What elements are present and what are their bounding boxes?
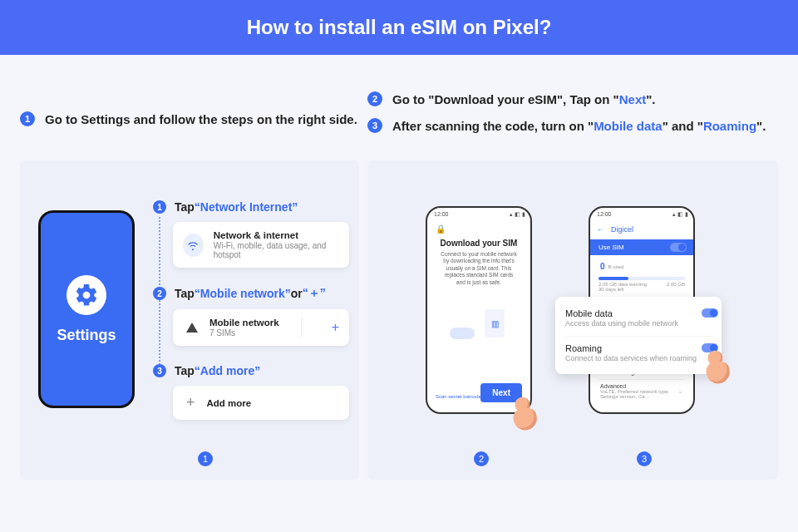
lock-icon: 🔒 xyxy=(436,224,522,234)
carrier-name: Digicel xyxy=(611,225,633,234)
screen-title: Download your SIM xyxy=(436,239,522,248)
intro-step-2: 2 Go to "Download your eSIM", Tap on "Ne… xyxy=(367,91,780,106)
main-area: 1 Go to Settings and follow the steps on… xyxy=(0,55,798,532)
t: or xyxy=(291,287,303,300)
hl-mobile-data: Mobile data xyxy=(594,119,663,133)
wifi-icon xyxy=(183,234,204,257)
use-sim-label: Use SIM xyxy=(598,244,624,251)
mobile-data-toggle[interactable] xyxy=(702,308,718,318)
intro-step-2-text: Go to "Download your eSIM", Tap on "Next… xyxy=(392,92,656,106)
left-steps: 1 Tap “Network Internet” Network & inter… xyxy=(153,200,346,438)
hl-add-more: “Add more” xyxy=(195,364,260,377)
balance-row: 0 B used xyxy=(598,259,685,274)
card-text: Network & internet Wi-Fi, mobile, data u… xyxy=(214,230,339,259)
card-text: Mobile network 7 SIMs xyxy=(209,318,279,337)
page-title: How to install an eSIM on Pixel? xyxy=(247,16,552,39)
card-text: Add more xyxy=(207,398,252,408)
settings-phone-mock: Settings xyxy=(38,210,135,408)
panel-steps-2-3: 12:00 ▴ ◧ ▮ 🔒 Download your SIM Connect … xyxy=(367,160,778,480)
step-badge-1: 1 xyxy=(153,200,166,214)
t: Advanced xyxy=(600,383,626,389)
row-mobile-data[interactable]: Mobile data Access data using mobile net… xyxy=(565,305,712,337)
cloud-icon xyxy=(450,328,475,339)
roaming-sub: Connect to data services when roaming xyxy=(565,354,697,362)
phone-download-sim: 12:00 ▴ ◧ ▮ 🔒 Download your SIM Connect … xyxy=(426,206,532,414)
t: Tap xyxy=(175,200,195,214)
carrier-header: ← Digicel xyxy=(590,219,693,239)
s: VoLTE, Preferred network type, Settings … xyxy=(600,389,677,399)
t: " and " xyxy=(663,119,703,133)
intro-step-1-text: Go to Settings and follow the steps on t… xyxy=(45,112,357,126)
card-title: Add more xyxy=(207,398,252,408)
intro-step-3-text: After scanning the code, turn on "Mobile… xyxy=(392,119,766,133)
clock: 12:00 xyxy=(434,211,449,217)
mobile-data-sub: Access data using mobile network xyxy=(565,319,678,328)
usage-caption: 2.05 GB data warning 30 days left 2.00 G… xyxy=(590,282,693,295)
intro-right: 2 Go to "Download your eSIM", Tap on "Ne… xyxy=(367,91,780,145)
hand-pointer-icon xyxy=(507,394,548,445)
step-badge-2: 2 xyxy=(153,287,166,300)
clock: 12:00 xyxy=(597,211,612,217)
hl-roaming: Roaming xyxy=(703,119,756,133)
hand-pointer-icon xyxy=(700,347,741,398)
left-step-1: 1 Tap “Network Internet” xyxy=(153,200,346,214)
download-illustration: ▥ xyxy=(450,308,508,346)
usage-bar xyxy=(598,277,685,280)
panel-badge-1: 1 xyxy=(198,451,213,466)
hl-network-internet: “Network Internet” xyxy=(195,200,298,214)
badge-2: 2 xyxy=(367,91,382,106)
use-sim-toggle[interactable] xyxy=(670,243,687,252)
add-sim-plus-icon[interactable]: + xyxy=(323,320,339,335)
t: Tap xyxy=(175,364,195,377)
t: 30 days left xyxy=(598,287,624,292)
badge-3: 3 xyxy=(367,118,382,133)
plus-icon: + xyxy=(186,394,195,411)
back-arrow-icon[interactable]: ← xyxy=(597,225,604,234)
t: Go to "Download your eSIM", Tap on " xyxy=(392,92,619,106)
balance-label: B used xyxy=(608,264,624,269)
t: After scanning the code, turn on " xyxy=(392,119,594,133)
balance-value: 0 xyxy=(600,262,605,271)
gear-icon xyxy=(66,275,106,315)
screen-desc: Connect to your mobile network by downlo… xyxy=(441,251,517,286)
chevron-down-icon: ⌄ xyxy=(677,387,683,395)
hl-plus: “＋” xyxy=(303,286,326,301)
panel-step-1: Settings 1 Tap “Network Internet” Networ… xyxy=(20,160,359,480)
row-roaming[interactable]: Roaming Connect to data services when ro… xyxy=(565,340,712,371)
signal-icon xyxy=(186,323,198,332)
row-advanced[interactable]: AdvancedVoLTE, Preferred network type, S… xyxy=(598,380,685,402)
roaming-label: Roaming xyxy=(565,343,697,353)
card-network-internet[interactable]: Network & internet Wi-Fi, mobile, data u… xyxy=(173,222,349,268)
panel-badge-3: 3 xyxy=(637,451,652,466)
step-badge-3: 3 xyxy=(153,364,166,377)
t: 2.00 GB xyxy=(667,282,685,292)
card-title: Mobile network xyxy=(209,318,279,328)
card-add-more[interactable]: + Add more xyxy=(173,386,349,420)
sim-details: 0 B used xyxy=(590,255,693,274)
t: Tap xyxy=(175,287,195,300)
status-icons: ▴ ◧ ▮ xyxy=(510,211,525,218)
sim-card-icon: ▥ xyxy=(485,309,505,337)
left-step-2: 2 Tap “Mobile network” or “＋” xyxy=(153,286,346,301)
card-title: Network & internet xyxy=(214,230,339,240)
settings-label: Settings xyxy=(57,327,116,344)
use-sim-row[interactable]: Use SIM xyxy=(590,239,693,255)
card-mobile-network[interactable]: Mobile network 7 SIMs + xyxy=(173,309,349,346)
status-icons: ▴ ◧ ▮ xyxy=(672,211,688,218)
panel-badge-2: 2 xyxy=(474,451,489,466)
toggles-overlay: Mobile data Access data using mobile net… xyxy=(555,297,722,374)
card-sub: 7 SIMs xyxy=(209,328,279,337)
mobile-data-label: Mobile data xyxy=(565,308,678,318)
intro-step-1: 1 Go to Settings and follow the steps on… xyxy=(20,111,361,126)
page-banner: How to install an eSIM on Pixel? xyxy=(0,0,798,55)
badge-1: 1 xyxy=(20,111,35,126)
screen-body: 🔒 Download your SIM Connect to your mobi… xyxy=(427,224,530,346)
hl-mobile-network: “Mobile network” xyxy=(195,287,291,300)
left-step-3: 3 Tap “Add more” xyxy=(153,364,346,377)
divider xyxy=(301,318,302,337)
card-sub: Wi-Fi, mobile, data usage, and hotspot xyxy=(214,241,339,259)
t: ". xyxy=(756,119,766,133)
intro-step-3: 3 After scanning the code, turn on "Mobi… xyxy=(367,118,780,133)
t: ". xyxy=(646,92,655,106)
intro-step-2-highlight: Next xyxy=(619,92,647,106)
